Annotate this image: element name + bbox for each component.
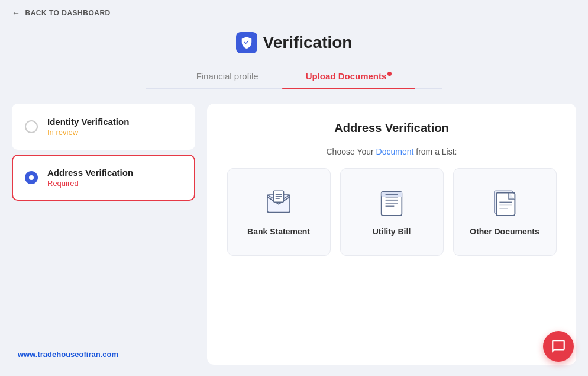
sidebar-item-address-text: Address Verification Required bbox=[47, 168, 133, 188]
right-panel: Address Verification Choose Your Documen… bbox=[207, 104, 576, 365]
website-text: www.tradehouseofiran.com bbox=[18, 350, 118, 359]
other-documents-icon bbox=[489, 188, 520, 218]
page-title-container: Verification bbox=[0, 32, 588, 53]
utility-bill-icon bbox=[376, 188, 407, 218]
bank-statement-label: Bank Statement bbox=[247, 227, 310, 236]
radio-address bbox=[25, 171, 38, 184]
panel-title: Address Verification bbox=[225, 121, 558, 135]
doc-card-bank-statement[interactable]: Bank Statement bbox=[227, 168, 331, 256]
tab-dot bbox=[387, 72, 392, 76]
top-nav: ← BACK TO DASHBOARD bbox=[0, 0, 588, 26]
choose-highlight: Document bbox=[376, 147, 414, 156]
sidebar-item-identity-title: Identity Verification bbox=[47, 117, 129, 127]
tab-upload-label: Upload Documents bbox=[306, 71, 387, 81]
sidebar-item-address-title: Address Verification bbox=[47, 168, 133, 178]
shield-icon bbox=[236, 32, 257, 53]
page-header: Verification bbox=[0, 26, 588, 53]
doc-cards-container: Bank Statement Utility Bill bbox=[225, 168, 558, 256]
sidebar-item-identity-text: Identity Verification In review bbox=[47, 117, 129, 137]
sidebar-item-identity-verification[interactable]: Identity Verification In review bbox=[12, 104, 195, 150]
website-link[interactable]: www.tradehouseofiran.com bbox=[12, 332, 195, 365]
tab-upload-documents[interactable]: Upload Documents bbox=[282, 65, 416, 88]
tab-financial-label: Financial profile bbox=[196, 71, 259, 81]
utility-bill-label: Utility Bill bbox=[373, 227, 411, 236]
back-to-dashboard-link[interactable]: ← BACK TO DASHBOARD bbox=[12, 8, 111, 18]
back-label: BACK TO DASHBOARD bbox=[25, 9, 111, 17]
tab-financial-profile[interactable]: Financial profile bbox=[173, 65, 282, 88]
sidebar-item-identity-status: In review bbox=[47, 128, 129, 137]
main-content: Identity Verification In review Address … bbox=[0, 89, 588, 365]
radio-identity bbox=[25, 120, 38, 133]
chat-bubble-button[interactable] bbox=[543, 331, 574, 362]
sidebar-item-address-status: Required bbox=[47, 179, 133, 188]
shield-svg bbox=[240, 36, 253, 49]
doc-card-utility-bill[interactable]: Utility Bill bbox=[340, 168, 444, 256]
other-documents-label: Other Documents bbox=[470, 227, 539, 236]
page-title-text: Verification bbox=[263, 33, 353, 52]
sidebar: Identity Verification In review Address … bbox=[12, 104, 195, 365]
tabs-container: Financial profile Upload Documents bbox=[146, 65, 442, 89]
back-arrow-icon: ← bbox=[12, 8, 21, 18]
bank-statement-icon bbox=[263, 188, 294, 218]
chat-icon bbox=[551, 339, 566, 354]
sidebar-item-address-verification[interactable]: Address Verification Required bbox=[12, 155, 195, 201]
doc-card-other-documents[interactable]: Other Documents bbox=[453, 168, 557, 256]
choose-text: Choose Your Document from a List: bbox=[225, 147, 558, 156]
